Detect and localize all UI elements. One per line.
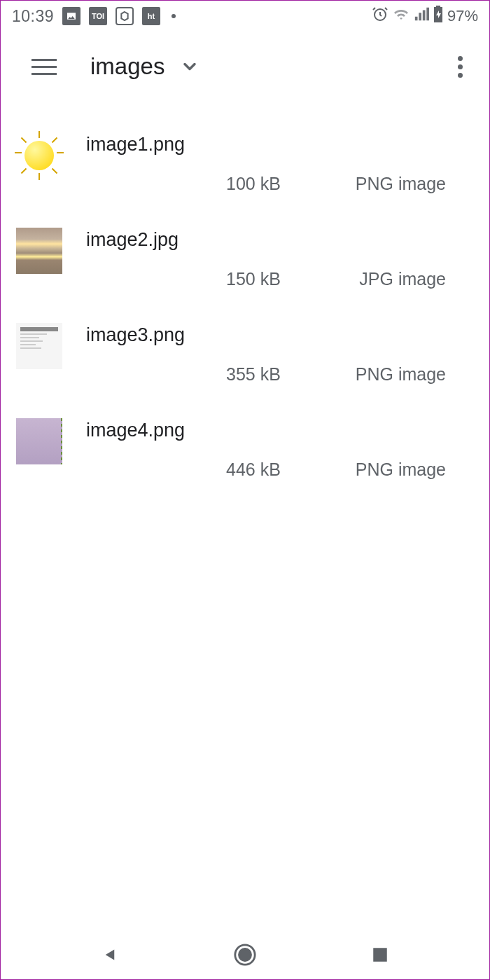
svg-point-2 <box>239 949 251 961</box>
file-type: PNG image <box>356 460 446 480</box>
overflow-menu-button[interactable] <box>447 50 474 83</box>
status-more-dot <box>172 14 176 18</box>
status-bar: 10:39 TOI ht 97% <box>1 1 489 32</box>
cell-signal-icon <box>414 6 429 26</box>
toi-icon: TOI <box>89 7 107 25</box>
folder-name[interactable]: images <box>90 53 164 80</box>
file-thumbnail <box>16 418 62 464</box>
app-toolbar: images <box>1 32 489 102</box>
file-name: image3.png <box>86 323 474 346</box>
file-size: 100 kB <box>226 174 281 194</box>
file-size: 355 kB <box>226 364 281 385</box>
file-row[interactable]: image3.png 355 kB PNG image <box>1 306 489 401</box>
file-list: image1.png 100 kB PNG image image2.jpg 1… <box>1 102 489 497</box>
ht-icon: ht <box>142 7 160 25</box>
file-thumbnail <box>16 228 62 274</box>
home-button[interactable] <box>232 942 258 967</box>
navigation-bar <box>1 930 489 979</box>
battery-percent: 97% <box>447 7 478 25</box>
alarm-icon <box>372 6 388 27</box>
file-size: 446 kB <box>226 460 281 480</box>
battery-icon <box>433 6 443 27</box>
svg-rect-3 <box>373 948 387 962</box>
status-left: 10:39 TOI ht <box>12 7 176 26</box>
file-name: image1.png <box>86 132 474 156</box>
recents-button[interactable] <box>368 942 393 967</box>
photos-icon <box>62 7 80 25</box>
file-thumbnail <box>16 132 62 179</box>
file-type: JPG image <box>359 269 446 289</box>
back-button[interactable] <box>97 942 122 967</box>
file-type: PNG image <box>356 174 446 194</box>
wifi-icon <box>393 6 410 27</box>
chevron-down-icon[interactable] <box>180 57 200 76</box>
app-icon <box>115 7 134 25</box>
file-row[interactable]: image2.jpg 150 kB JPG image <box>1 211 489 306</box>
file-name: image2.jpg <box>86 228 474 251</box>
file-type: PNG image <box>356 364 446 385</box>
file-row[interactable]: image1.png 100 kB PNG image <box>1 116 489 211</box>
status-time: 10:39 <box>12 7 54 26</box>
menu-button[interactable] <box>31 54 57 79</box>
file-row[interactable]: image4.png 446 kB PNG image <box>1 401 489 497</box>
file-name: image4.png <box>86 418 474 441</box>
file-thumbnail <box>16 323 62 369</box>
status-right: 97% <box>372 6 478 27</box>
file-size: 150 kB <box>226 269 281 289</box>
